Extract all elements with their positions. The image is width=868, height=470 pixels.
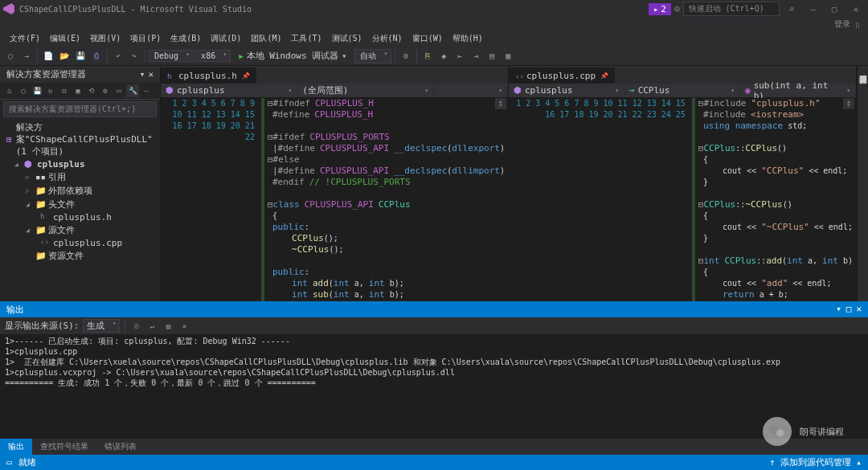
feedback-icon[interactable]: ☺ xyxy=(674,4,680,14)
nav-scope-combo[interactable]: ⬢cplusplus▾ xyxy=(509,85,624,96)
output-source-combo[interactable]: 生成 xyxy=(83,319,120,333)
pin-icon[interactable]: □ xyxy=(846,304,852,316)
code-content[interactable]: ⊟#ifndef CPLUSPLUS_H #define CPLUSPLUS_H… xyxy=(264,98,508,301)
nav-class-combo[interactable]: →CCPlus▾ xyxy=(624,85,740,96)
clear-all-icon[interactable]: ✕ xyxy=(178,320,191,333)
properties-icon[interactable]: ⚙ xyxy=(99,84,112,97)
nav-member-combo[interactable]: (全局范围)▾ xyxy=(297,84,434,96)
menu-build[interactable]: 生成(B) xyxy=(166,31,206,46)
expander-icon[interactable]: ◢ xyxy=(26,201,33,208)
start-debug-button[interactable]: ▶本地 Windows 调试器 ▾ xyxy=(232,48,353,63)
nav-fwd-button[interactable]: → xyxy=(19,49,34,63)
preview-icon[interactable]: ▭ xyxy=(113,84,125,97)
login-link[interactable]: 登录 xyxy=(834,18,850,30)
source-control-button[interactable]: ↑ 添加到源代码管理 ▴ xyxy=(770,456,862,468)
menu-window[interactable]: 窗口(W) xyxy=(407,31,448,46)
nav-empty-combo[interactable]: ▾ xyxy=(434,87,508,94)
code-editor-right[interactable]: 1 2 3 4 5 6 7 8 9 10 11 12 13 14 15 16 1… xyxy=(509,98,856,301)
expander-icon[interactable]: ▷ xyxy=(26,187,33,194)
save-button[interactable]: 💾 xyxy=(73,49,88,63)
se-save-icon[interactable]: 💾 xyxy=(31,84,43,97)
tab-output[interactable]: 输出 xyxy=(0,439,32,455)
nav-back-button[interactable]: ◯ xyxy=(3,49,18,63)
pin-icon[interactable]: 📌 xyxy=(242,72,250,80)
external-deps-node[interactable]: ▷📁外部依赖项 xyxy=(0,184,160,198)
menu-team[interactable]: 团队(M) xyxy=(246,31,286,46)
wrap-icon[interactable]: ↵ xyxy=(146,320,159,333)
code-content[interactable]: ⊟#include "cplusplus.h" #include <iostre… xyxy=(695,98,856,301)
bottom-tab-strip: 输出 查找符号结果 错误列表 xyxy=(0,438,868,455)
minimize-button[interactable]: — xyxy=(804,2,822,16)
pin-icon[interactable]: ▾ xyxy=(140,69,145,80)
close-icon[interactable]: ✕ xyxy=(856,304,862,316)
quick-launch-input[interactable]: 快速启动 (Ctrl+Q) xyxy=(683,2,780,16)
split-button[interactable]: ‡ xyxy=(843,98,854,109)
goto-icon[interactable]: ▤ xyxy=(162,320,175,333)
sources-node[interactable]: ◢📁源文件 xyxy=(0,223,160,237)
sync-icon[interactable]: ⟲ xyxy=(85,84,98,97)
tab-cplusplus-cpp[interactable]: ‹›cplusplus.cpp📌 xyxy=(509,67,615,84)
play-icon: ▶ xyxy=(239,52,243,60)
indent-icon[interactable]: ⇥ xyxy=(469,49,483,63)
clear-icon[interactable]: ⎚ xyxy=(130,320,143,333)
tab-error-list[interactable]: 错误列表 xyxy=(96,439,145,455)
breakpoint-icon[interactable]: ◆ xyxy=(436,49,451,63)
menu-file[interactable]: 文件(F) xyxy=(5,31,45,46)
header-file-node[interactable]: hcplusplus.h xyxy=(0,211,160,223)
redo-button[interactable]: ↷ xyxy=(127,49,141,63)
code-editor-left[interactable]: 1 2 3 4 5 6 7 8 9 10 11 12 13 14 15 16 1… xyxy=(161,98,508,301)
home-icon[interactable]: ⌂ xyxy=(3,84,16,97)
expander-icon[interactable]: ◢ xyxy=(26,227,33,234)
split-button[interactable]: ‡ xyxy=(495,98,506,109)
menu-test[interactable]: 测试(S) xyxy=(327,31,367,46)
menu-debug[interactable]: 调试(D) xyxy=(206,31,246,46)
se-back-icon[interactable]: ◯ xyxy=(17,84,30,97)
nav-scope-combo[interactable]: ⬢cplusplus▾ xyxy=(161,85,297,96)
new-button[interactable]: 📄 xyxy=(41,49,55,63)
collapse-icon[interactable]: ⊟ xyxy=(58,84,71,97)
search-icon[interactable]: ⌕ xyxy=(783,2,801,16)
close-button[interactable]: ✕ xyxy=(846,2,865,16)
menu-analyze[interactable]: 分析(N) xyxy=(367,31,407,46)
config-combo[interactable]: Debug xyxy=(149,50,194,62)
output-text[interactable]: 1>------ 已启动生成: 项目: cplusplus, 配置: Debug… xyxy=(0,334,868,438)
source-file-node[interactable]: ‹›cplusplus.cpp xyxy=(0,237,160,249)
tab-find-symbols[interactable]: 查找符号结果 xyxy=(32,439,96,455)
headers-node[interactable]: ◢📁头文件 xyxy=(0,198,160,211)
menu-tools[interactable]: 工具(T) xyxy=(286,31,326,46)
pin-icon[interactable]: 📌 xyxy=(600,72,608,80)
right-sidebar[interactable]: 服务器资源管理器 xyxy=(857,66,868,301)
save-all-button[interactable]: ⎙ xyxy=(89,49,104,63)
resources-node[interactable]: 📁资源文件 xyxy=(0,249,160,263)
platform-combo[interactable]: x86 xyxy=(195,50,231,62)
maximize-button[interactable]: ▢ xyxy=(825,2,844,16)
dropdown-icon[interactable]: ▾ xyxy=(836,304,841,316)
wrench-icon[interactable]: 🔧 xyxy=(126,84,139,97)
user-icon[interactable]: ▯ xyxy=(855,20,860,29)
comment-icon[interactable]: ▤ xyxy=(485,49,499,63)
tab-cplusplus-h[interactable]: hcplusplus.h📌 xyxy=(161,67,256,84)
close-icon[interactable]: ✕ xyxy=(148,69,154,80)
references-node[interactable]: ▷▪▪引用 xyxy=(0,170,160,184)
outdent-icon[interactable]: ⇤ xyxy=(452,49,467,63)
showall-icon[interactable]: ▣ xyxy=(72,84,84,97)
expander-icon[interactable]: ▷ xyxy=(26,174,33,181)
menu-view[interactable]: 视图(V) xyxy=(85,31,125,46)
expander-icon[interactable]: ◢ xyxy=(14,161,22,168)
project-node[interactable]: ◢⬢cplusplus xyxy=(0,158,160,170)
solution-search-input[interactable]: 搜索解决方案资源管理器(Ctrl+;) xyxy=(3,101,157,117)
menu-edit[interactable]: 编辑(E) xyxy=(45,31,85,46)
step-icon[interactable]: ⎘ xyxy=(420,49,435,63)
undo-button[interactable]: ↶ xyxy=(111,49,125,63)
menu-project[interactable]: 项目(P) xyxy=(125,31,166,46)
menu-help[interactable]: 帮助(H) xyxy=(448,31,488,46)
solution-explorer-toolbar: ⌂ ◯ 💾 ↻ ⊟ ▣ ⟲ ⚙ ▭ 🔧 — xyxy=(0,83,160,100)
tool-icon[interactable]: ⚙ xyxy=(399,49,413,63)
solution-node[interactable]: ⊞解决方案"CShapeCallCPlusPlusDLL"(1 个项目) xyxy=(0,121,160,158)
process-combo[interactable]: 自动 xyxy=(354,49,391,63)
notifications-badge[interactable]: ▸ 2 xyxy=(649,3,671,15)
refresh-icon[interactable]: ↻ xyxy=(44,84,57,97)
uncomment-icon[interactable]: ▦ xyxy=(501,49,515,63)
folder-view-icon[interactable]: — xyxy=(140,84,153,97)
open-button[interactable]: 📂 xyxy=(57,49,72,63)
